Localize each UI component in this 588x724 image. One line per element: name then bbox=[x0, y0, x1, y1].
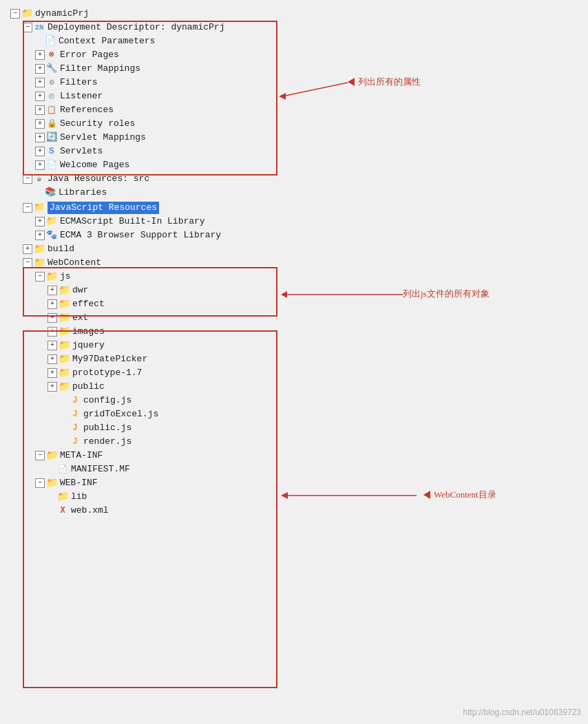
ecma3-icon: 🐾 bbox=[46, 230, 57, 241]
collapse-toggle[interactable]: − bbox=[10, 9, 20, 19]
js-folder-icon: 📁 bbox=[34, 202, 45, 213]
webcontent-toggle[interactable]: − bbox=[23, 258, 32, 268]
java-toggle[interactable]: − bbox=[23, 174, 32, 184]
ecma-builtin[interactable]: + 📁 ECMAScript Built-In Library bbox=[35, 215, 578, 228]
project-icon: 📁 bbox=[21, 8, 32, 19]
libraries[interactable]: 📚 Libraries bbox=[35, 186, 578, 200]
ecma-toggle[interactable]: + bbox=[35, 217, 45, 226]
js-resources[interactable]: − 📁 JavaScript Resources bbox=[23, 201, 578, 215]
ecma3[interactable]: + 🐾 ECMA 3 Browser Support Library bbox=[35, 228, 578, 242]
project-root[interactable]: − 📁 dynamicPrj bbox=[10, 7, 578, 21]
arrow-icon bbox=[348, 78, 355, 86]
annotation-js-text: 列出js文件的所有对象 bbox=[403, 288, 490, 300]
annotation-webcontent: WebContent目录 bbox=[423, 489, 496, 501]
deployment-box bbox=[23, 21, 277, 175]
annotation-js: 列出js文件的所有对象 bbox=[403, 288, 490, 300]
annotation-properties-text: 列出所有的属性 bbox=[358, 76, 421, 88]
ecma-label: ECMAScript Built-In Library bbox=[60, 215, 205, 228]
annotation-properties: 列出所有的属性 bbox=[348, 76, 421, 88]
build-label: build bbox=[48, 243, 74, 255]
build-folder[interactable]: + 📁 build bbox=[23, 242, 578, 256]
annotation-webcontent-text: WebContent目录 bbox=[434, 489, 496, 501]
js-resources-box bbox=[23, 267, 277, 317]
project-name: dynamicPrj bbox=[35, 8, 89, 20]
watermark: http://blog.csdn.net/u010839723 bbox=[463, 707, 581, 717]
build-icon: 📁 bbox=[34, 244, 45, 255]
webcontent-arrow-icon bbox=[423, 491, 430, 499]
ecma-icon: 📁 bbox=[46, 216, 57, 227]
libraries-label: Libraries bbox=[59, 187, 107, 199]
webcontent-box bbox=[23, 330, 277, 688]
js-toggle[interactable]: − bbox=[23, 203, 32, 213]
js-label: JavaScript Resources bbox=[48, 202, 159, 214]
libraries-icon: 📚 bbox=[45, 187, 56, 198]
ecma3-toggle[interactable]: + bbox=[35, 231, 45, 240]
ecma3-label: ECMA 3 Browser Support Library bbox=[60, 229, 221, 242]
build-toggle[interactable]: + bbox=[23, 244, 32, 254]
